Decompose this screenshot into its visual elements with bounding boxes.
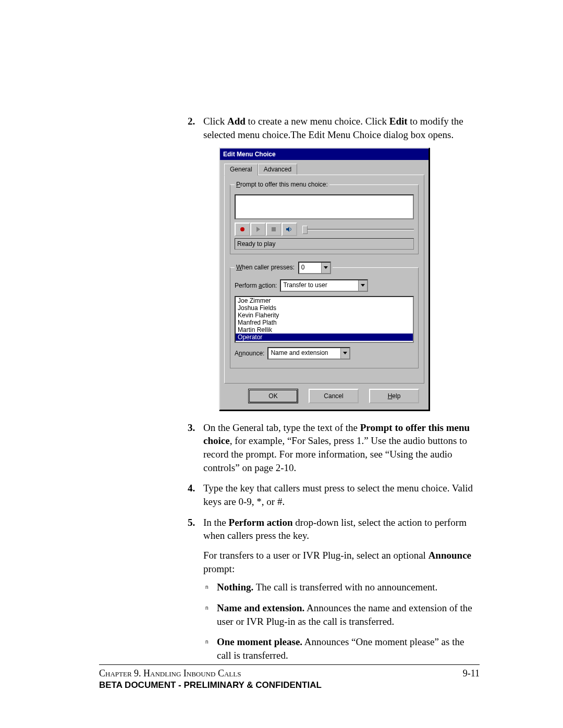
chevron-down-icon[interactable]	[358, 280, 367, 291]
footer-row: Chapter 9. Handling Inbound Calls 9-11	[99, 668, 480, 679]
record-button[interactable]	[235, 223, 250, 236]
chevron-down-icon[interactable]	[321, 263, 330, 273]
list-item[interactable]: Kevin Flaherity	[236, 312, 413, 319]
step-number: 5.	[188, 516, 195, 529]
bullet-nothing: nNothing. The call is transferred with n…	[203, 581, 480, 594]
page-number: 9-11	[463, 668, 480, 679]
prompt-group: Prompt to offer this menu choice:	[230, 180, 419, 254]
when-caller-legend: When caller presses: 0	[235, 262, 333, 274]
slider-thumb[interactable]	[302, 226, 308, 234]
cancel-button[interactable]: Cancel	[309, 389, 359, 403]
perform-action-row: Perform action: Transfer to user	[235, 279, 414, 292]
step-number: 3.	[188, 421, 195, 435]
bullet-marker: n	[205, 604, 209, 612]
tab-general[interactable]: General	[224, 164, 258, 175]
list-item[interactable]: Joshua Fields	[236, 304, 413, 312]
confidential-banner: BETA DOCUMENT - PRELIMINARY & CONFIDENTI…	[99, 680, 480, 690]
page-footer: Chapter 9. Handling Inbound Calls 9-11 B…	[99, 664, 480, 690]
document-page: 2. Click Add to create a new menu choice…	[0, 0, 563, 728]
announce-row: Announce: Name and extension	[235, 347, 414, 360]
user-listbox[interactable]: Joe Zimmer Joshua Fields Kevin Flaherity…	[235, 296, 414, 343]
output-device-button[interactable]	[282, 223, 297, 236]
step-3: 3. On the General tab, type the text of …	[188, 421, 480, 475]
announce-options-list: nNothing. The call is transferred with n…	[203, 581, 480, 662]
caller-key-combo[interactable]: 0	[298, 262, 331, 274]
chevron-down-icon[interactable]	[340, 348, 349, 359]
prompt-group-legend: Prompt to offer this menu choice:	[235, 180, 329, 189]
dialog-figure: Edit Menu Choice GeneralAdvanced Prompt …	[219, 147, 480, 411]
audio-controls	[235, 223, 414, 236]
step-number: 2.	[188, 115, 195, 128]
tab-panel-general: Prompt to offer this menu choice:	[224, 175, 424, 383]
step-number: 4.	[188, 482, 195, 495]
list-item[interactable]: Joe Zimmer	[236, 297, 413, 304]
step-5: 5. In the Perform action drop-down list,…	[188, 516, 480, 662]
content-column: 2. Click Add to create a new menu choice…	[188, 115, 480, 662]
play-button[interactable]	[250, 223, 266, 236]
step-2: 2. Click Add to create a new menu choice…	[188, 115, 480, 411]
prompt-text-input[interactable]	[235, 194, 414, 219]
playback-slider[interactable]	[302, 228, 414, 231]
bullet-marker: n	[205, 638, 209, 646]
step-text: Type the key that callers must press to …	[203, 483, 473, 507]
bullet-one-moment: nOne moment please. Announces “One momen…	[203, 635, 480, 662]
list-item[interactable]: Manfred Plath	[236, 319, 413, 326]
tab-advanced[interactable]: Advanced	[258, 164, 297, 175]
chapter-label: Chapter 9. Handling Inbound Calls	[99, 668, 241, 679]
stop-button[interactable]	[266, 223, 282, 236]
ok-button[interactable]: OK	[248, 389, 298, 403]
bullet-marker: n	[205, 584, 209, 591]
svg-marker-0	[286, 227, 289, 232]
announce-combo[interactable]: Name and extension	[267, 347, 350, 360]
footer-rule	[99, 664, 480, 665]
step-subtext: For transfers to a user or IVR Plug-in, …	[203, 549, 480, 575]
tab-bar: GeneralAdvanced	[224, 163, 424, 175]
bullet-name-extension: nName and extension. Announces the name …	[203, 601, 480, 628]
speaker-icon	[286, 226, 293, 232]
list-item[interactable]: Martin Rellik	[236, 326, 413, 334]
step-list: 2. Click Add to create a new menu choice…	[188, 115, 480, 662]
dialog-button-row: OK Cancel Help	[224, 384, 424, 405]
edit-menu-choice-dialog: Edit Menu Choice GeneralAdvanced Prompt …	[219, 147, 430, 411]
help-button[interactable]: Help	[369, 389, 419, 403]
when-caller-group: When caller presses: 0 Perform action: T…	[230, 262, 419, 368]
audio-status: Ready to play	[235, 238, 414, 250]
dialog-body: GeneralAdvanced Prompt to offer this men…	[220, 160, 429, 409]
dialog-title: Edit Menu Choice	[220, 149, 429, 160]
perform-action-label: Perform action:	[235, 281, 277, 290]
announce-label: Announce:	[235, 349, 264, 357]
step-text: In the Perform action drop-down list, se…	[203, 517, 467, 541]
step-text: On the General tab, type the text of the…	[203, 422, 470, 473]
list-item-selected[interactable]: Operator	[236, 334, 413, 341]
step-4: 4. Type the key that callers must press …	[188, 482, 480, 508]
step-text: Click Add to create a new menu choice. C…	[203, 116, 463, 140]
perform-action-combo[interactable]: Transfer to user	[280, 279, 368, 292]
